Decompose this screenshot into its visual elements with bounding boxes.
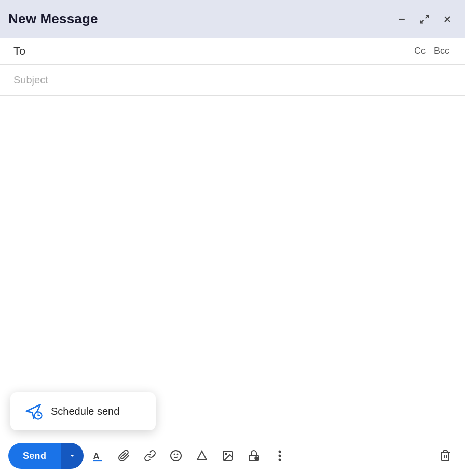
more-options-button[interactable] [268, 444, 291, 467]
photo-button[interactable] [216, 444, 239, 467]
schedule-send-popup: Schedule send [10, 392, 156, 430]
insert-link-button[interactable] [139, 444, 161, 467]
bcc-button[interactable]: Bcc [432, 44, 452, 59]
delete-button[interactable] [434, 444, 457, 467]
svg-point-14 [225, 453, 227, 455]
svg-text:A: A [93, 451, 100, 461]
attach-button[interactable] [113, 444, 135, 467]
emoji-button[interactable] [165, 444, 187, 467]
expand-button[interactable] [415, 10, 434, 29]
svg-point-18 [279, 451, 281, 453]
formatting-button[interactable]: A [87, 444, 110, 467]
minimize-button[interactable] [392, 10, 411, 29]
schedule-send-label[interactable]: Schedule send [51, 405, 119, 417]
send-button[interactable]: Send [8, 443, 61, 469]
to-label: To [13, 45, 34, 58]
drive-button[interactable] [190, 444, 213, 467]
body-input[interactable] [13, 104, 452, 427]
send-dropdown-button[interactable] [61, 443, 84, 469]
window-title: New Message [8, 11, 98, 27]
cc-bcc-buttons: Cc Bcc [412, 44, 452, 59]
svg-text:↻: ↻ [256, 457, 258, 460]
toolbar: Schedule send Send A [0, 436, 465, 476]
svg-point-10 [171, 451, 181, 461]
schedule-send-icon [25, 402, 43, 420]
send-button-group: Send [8, 443, 84, 469]
title-actions [392, 10, 457, 29]
subject-input[interactable] [13, 65, 452, 95]
svg-point-20 [279, 459, 281, 461]
body-area [0, 96, 465, 436]
subject-field-row [0, 65, 465, 96]
title-bar: New Message [0, 0, 465, 38]
confidential-button[interactable]: ↻ [242, 444, 265, 467]
svg-point-19 [279, 455, 281, 457]
compose-window: New Message [0, 0, 465, 476]
close-button[interactable] [438, 10, 457, 29]
to-field-row: To Cc Bcc [0, 38, 465, 65]
to-input[interactable] [34, 38, 412, 64]
cc-button[interactable]: Cc [412, 44, 428, 59]
